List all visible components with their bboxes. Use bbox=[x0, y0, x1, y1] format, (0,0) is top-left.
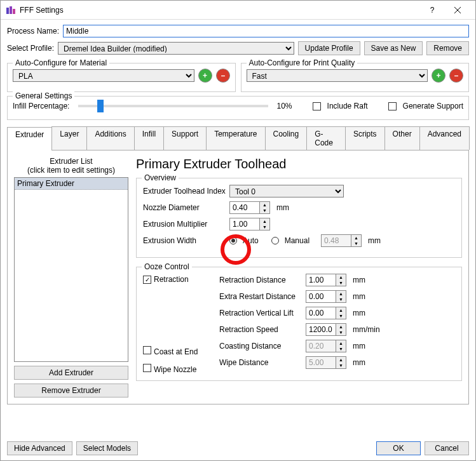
app-icon bbox=[6, 5, 16, 15]
generate-support-checkbox[interactable] bbox=[388, 102, 397, 110]
infill-slider[interactable] bbox=[78, 105, 268, 107]
ok-button[interactable]: OK bbox=[376, 441, 421, 455]
extrusion-multiplier-input[interactable]: ▲▼ bbox=[229, 218, 270, 230]
tool-index-label: Extruder Toolhead Index bbox=[143, 187, 226, 196]
tab-support[interactable]: Support bbox=[163, 126, 207, 150]
overview-legend: Overview bbox=[142, 173, 179, 182]
wipe-distance-label: Wipe Distance bbox=[219, 358, 302, 367]
quality-remove-button[interactable]: － bbox=[449, 69, 463, 83]
quality-select[interactable]: Fast bbox=[247, 69, 428, 82]
infill-value: 10% bbox=[277, 102, 292, 110]
tab-temperature[interactable]: Temperature bbox=[206, 126, 265, 150]
profile-label: Select Profile: bbox=[7, 44, 54, 53]
coasting-distance-input: ▲▼ bbox=[306, 340, 346, 352]
retraction-distance-input[interactable]: ▲▼ bbox=[306, 274, 346, 286]
tab-infill[interactable]: Infill bbox=[134, 126, 164, 150]
help-button[interactable]: ? bbox=[419, 1, 445, 20]
extrusion-width-manual-radio[interactable] bbox=[271, 237, 279, 244]
panel-title: Primary Extruder Toolhead bbox=[136, 157, 462, 171]
vertical-lift-label: Retraction Vertical Lift bbox=[219, 309, 302, 317]
tab-gcode[interactable]: G-Code bbox=[306, 126, 346, 150]
process-name-input[interactable] bbox=[63, 25, 469, 37]
wipe-checkbox[interactable] bbox=[143, 364, 151, 372]
tab-additions[interactable]: Additions bbox=[86, 126, 134, 150]
extra-restart-label: Extra Restart Distance bbox=[219, 292, 302, 301]
tab-advanced[interactable]: Advanced bbox=[419, 126, 470, 150]
extrusion-width-label: Extrusion Width bbox=[143, 236, 226, 245]
select-models-button[interactable]: Select Models bbox=[76, 441, 138, 455]
ooze-legend: Ooze Control bbox=[142, 262, 192, 271]
coast-label: Coast at End bbox=[154, 347, 198, 356]
wipe-distance-input: ▲▼ bbox=[306, 356, 346, 369]
retraction-speed-input[interactable]: ▲▼ bbox=[306, 323, 346, 336]
svg-rect-2 bbox=[13, 9, 15, 14]
extra-restart-input[interactable]: ▲▼ bbox=[306, 290, 346, 303]
material-legend: Auto-Configure for Material bbox=[13, 58, 109, 67]
cancel-button[interactable]: Cancel bbox=[425, 441, 469, 455]
material-add-button[interactable]: + bbox=[198, 69, 212, 83]
include-raft-checkbox[interactable] bbox=[313, 102, 321, 110]
coast-checkbox[interactable] bbox=[143, 346, 151, 354]
extruder-listbox[interactable]: Primary Extruder bbox=[14, 177, 128, 362]
extrusion-multiplier-label: Extrusion Multiplier bbox=[143, 220, 226, 229]
hide-advanced-button[interactable]: Hide Advanced bbox=[7, 441, 72, 455]
unit-mm: mm bbox=[276, 203, 289, 212]
retraction-speed-label: Retraction Speed bbox=[219, 325, 302, 334]
quality-legend: Auto-Configure for Print Quality bbox=[247, 58, 358, 67]
nozzle-diameter-input[interactable]: ▲▼ bbox=[229, 201, 270, 214]
quality-add-button[interactable]: + bbox=[432, 69, 445, 83]
tab-extruder[interactable]: Extruder bbox=[7, 127, 52, 150]
tab-cooling[interactable]: Cooling bbox=[265, 126, 308, 150]
tab-other[interactable]: Other bbox=[384, 126, 420, 150]
extruder-list-header: Extruder List (click item to edit settin… bbox=[14, 157, 128, 175]
svg-rect-1 bbox=[10, 6, 12, 14]
material-remove-button[interactable]: － bbox=[216, 69, 230, 83]
generate-support-label: Generate Support bbox=[403, 102, 463, 110]
update-profile-button[interactable]: Update Profile bbox=[298, 41, 360, 55]
remove-profile-button[interactable]: Remove bbox=[426, 41, 469, 55]
tab-bar: Extruder Layer Additions Infill Support … bbox=[7, 126, 469, 150]
list-item[interactable]: Primary Extruder bbox=[15, 178, 128, 190]
window-title: FFF Settings bbox=[20, 6, 419, 15]
close-icon bbox=[454, 7, 461, 13]
infill-slider-thumb[interactable] bbox=[97, 100, 104, 112]
general-legend: General Settings bbox=[13, 91, 74, 100]
tool-index-select[interactable]: Tool 0 bbox=[229, 185, 344, 197]
titlebar: FFF Settings ? bbox=[1, 1, 475, 20]
vertical-lift-input[interactable]: ▲▼ bbox=[306, 307, 346, 319]
remove-extruder-button[interactable]: Remove Extruder bbox=[14, 384, 128, 398]
retraction-distance-label: Retraction Distance bbox=[219, 276, 302, 284]
save-as-new-button[interactable]: Save as New bbox=[364, 41, 423, 55]
infill-label: Infill Percentage: bbox=[13, 102, 69, 110]
wipe-label: Wipe Nozzle bbox=[154, 365, 196, 374]
coasting-distance-label: Coasting Distance bbox=[219, 342, 302, 351]
tab-layer[interactable]: Layer bbox=[51, 126, 87, 150]
add-extruder-button[interactable]: Add Extruder bbox=[14, 366, 128, 380]
process-name-label: Process Name: bbox=[7, 27, 59, 36]
auto-label: Auto bbox=[243, 236, 259, 245]
unit-mm: mm bbox=[368, 236, 381, 245]
profile-select[interactable]: Dremel Idea Builder (modified) bbox=[58, 42, 294, 55]
tab-scripts[interactable]: Scripts bbox=[345, 126, 385, 150]
svg-rect-0 bbox=[6, 8, 9, 14]
retraction-label: Retraction bbox=[154, 275, 189, 284]
extrusion-width-manual-input: ▲▼ bbox=[321, 234, 362, 247]
retraction-checkbox[interactable]: ✓ bbox=[143, 276, 151, 284]
material-select[interactable]: PLA bbox=[13, 69, 194, 82]
close-button[interactable] bbox=[445, 1, 470, 20]
extrusion-width-auto-radio[interactable] bbox=[229, 237, 237, 244]
manual-label: Manual bbox=[285, 236, 309, 245]
nozzle-diameter-label: Nozzle Diameter bbox=[143, 203, 226, 212]
include-raft-label: Include Raft bbox=[327, 102, 368, 110]
